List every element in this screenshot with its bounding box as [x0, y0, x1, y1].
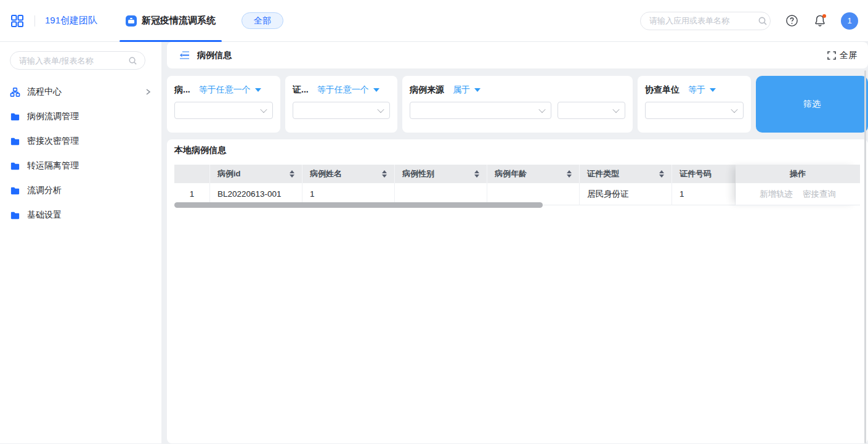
- close-contact-query-link[interactable]: 密接查询: [803, 189, 836, 200]
- team-name-link[interactable]: 191创建团队: [45, 15, 97, 27]
- sidebar-item-label: 病例流调管理: [27, 111, 79, 122]
- folder-icon: [10, 136, 20, 147]
- sidebar-item-basic-settings[interactable]: 基础设置: [0, 203, 161, 228]
- folder-icon: [10, 186, 20, 196]
- user-avatar[interactable]: 1: [841, 12, 858, 30]
- app-launcher-grid-icon[interactable]: [9, 12, 26, 30]
- folder-icon: [10, 112, 20, 122]
- notification-bell-icon[interactable]: [813, 14, 827, 28]
- sidebar-item-case-survey-mgmt[interactable]: 病例流调管理: [0, 104, 161, 129]
- app-tab-label: 新冠疫情流调系统: [142, 15, 216, 27]
- horizontal-scrollbar-thumb[interactable]: [174, 202, 543, 208]
- table-title: 本地病例信息: [174, 145, 864, 156]
- filter-label: 证...: [293, 84, 309, 96]
- all-apps-pill-button[interactable]: 全部: [241, 12, 283, 29]
- sort-icon: [285, 170, 294, 178]
- sidebar-item-label: 流程中心: [27, 86, 62, 97]
- page-title: 病例信息: [197, 50, 232, 61]
- filter-operator-dropdown[interactable]: 等于任意一个: [199, 84, 261, 96]
- filter-bar: 病... 等于任意一个 证... 等于任意一个: [167, 76, 868, 133]
- cell-id-number: 1: [672, 183, 736, 205]
- sidebar-search-input[interactable]: [19, 56, 128, 65]
- chevron-down-icon: [614, 108, 619, 113]
- sidebar-item-label: 流调分析: [27, 185, 62, 196]
- sidebar-nav: 流程中心 病例流调管理: [0, 80, 161, 228]
- filter-select-assist-unit[interactable]: [645, 102, 744, 119]
- global-search-input[interactable]: [649, 16, 758, 25]
- case-table: 病例id 病例姓名 病例性别 病例年龄: [174, 165, 860, 205]
- main-panel: 病例信息 全屏 病... 等于任意一个: [161, 42, 868, 443]
- help-icon[interactable]: [784, 14, 799, 28]
- filter-label: 病例来源: [410, 84, 444, 96]
- caret-down-icon: [373, 88, 379, 92]
- column-header-case-id[interactable]: 病例id: [210, 165, 302, 183]
- sort-icon: [562, 170, 572, 178]
- search-icon: [758, 16, 768, 26]
- sidebar-item-label: 转运隔离管理: [27, 160, 79, 171]
- sort-icon: [654, 170, 664, 178]
- filter-select-case-source-2[interactable]: [558, 102, 625, 119]
- column-header-index: [174, 165, 210, 183]
- topbar-divider: [34, 15, 35, 27]
- filter-label: 病...: [174, 84, 190, 96]
- filter-operator-dropdown[interactable]: 等于: [688, 84, 716, 96]
- sidebar-item-label: 基础设置: [27, 210, 62, 221]
- topbar-right-group: 1: [640, 12, 858, 30]
- caret-down-icon: [255, 88, 261, 92]
- collapse-menu-icon[interactable]: [179, 51, 190, 60]
- filter-card-id-number: 证... 等于任意一个: [285, 76, 397, 133]
- column-header-actions: 操作: [736, 165, 860, 183]
- search-icon: [128, 56, 137, 65]
- caret-down-icon: [710, 88, 716, 92]
- filter-operator-dropdown[interactable]: 属于: [453, 84, 481, 96]
- caret-down-icon: [474, 88, 481, 92]
- vertical-scrollbar-thumb[interactable]: [864, 70, 866, 443]
- sidebar-item-close-contact-mgmt[interactable]: 密接次密管理: [0, 129, 161, 154]
- column-header-case-gender[interactable]: 病例性别: [395, 165, 487, 183]
- column-header-case-age[interactable]: 病例年龄: [487, 165, 580, 183]
- sidebar: 流程中心 病例流调管理: [0, 42, 161, 443]
- sidebar-item-transfer-quarantine-mgmt[interactable]: 转运隔离管理: [0, 154, 161, 178]
- global-search-box[interactable]: [640, 12, 771, 30]
- column-header-id-number[interactable]: 证件号码: [672, 165, 736, 183]
- filter-card-case-name: 病... 等于任意一个: [167, 76, 280, 133]
- notification-dot: [822, 14, 826, 18]
- filter-card-assist-unit: 协查单位 等于: [638, 76, 751, 133]
- chevron-right-icon: [144, 88, 152, 96]
- cell-id-type: 居民身份证: [580, 183, 672, 205]
- chevron-down-icon: [378, 108, 383, 113]
- filter-label: 协查单位: [645, 84, 679, 96]
- filter-select-id-number[interactable]: [293, 102, 390, 119]
- sidebar-item-process-center[interactable]: 流程中心: [0, 80, 161, 104]
- app-icon: [126, 15, 137, 27]
- filter-operator-dropdown[interactable]: 等于任意一个: [317, 84, 379, 96]
- app-window: 191创建团队 新冠疫情流调系统 全部: [0, 0, 868, 443]
- fullscreen-icon: [827, 51, 836, 60]
- fixed-action-column: 操作 新增轨迹 密接查询: [736, 165, 860, 205]
- content-area: 流程中心 病例流调管理: [0, 42, 868, 443]
- folder-icon: [10, 161, 20, 171]
- folder-icon: [10, 210, 20, 221]
- fullscreen-button[interactable]: 全屏: [827, 50, 857, 61]
- chevron-down-icon: [261, 108, 266, 113]
- filter-card-case-source: 病例来源 属于: [402, 76, 633, 133]
- sidebar-item-label: 密接次密管理: [27, 136, 79, 147]
- column-header-case-name[interactable]: 病例姓名: [302, 165, 395, 183]
- tab-app-current[interactable]: 新冠疫情流调系统: [120, 0, 222, 42]
- flow-icon: [10, 87, 20, 97]
- filter-select-case-source-1[interactable]: [410, 102, 551, 119]
- filter-select-case-name[interactable]: [174, 102, 273, 119]
- cell-actions: 新增轨迹 密接查询: [736, 183, 860, 205]
- sidebar-search-box[interactable]: [10, 51, 145, 70]
- top-bar: 191创建团队 新冠疫情流调系统 全部: [0, 0, 868, 42]
- column-header-id-type[interactable]: 证件类型: [580, 165, 672, 183]
- table-card: 本地病例信息 病例id 病例姓名 病例性别: [167, 139, 868, 443]
- add-track-link[interactable]: 新增轨迹: [760, 189, 793, 200]
- chevron-down-icon: [540, 108, 545, 113]
- filter-submit-button[interactable]: 筛选: [756, 76, 868, 133]
- page-header: 病例信息 全屏: [167, 42, 868, 68]
- sort-icon: [377, 170, 387, 178]
- fullscreen-label: 全屏: [840, 50, 857, 61]
- sort-icon: [469, 170, 479, 178]
- sidebar-item-survey-analysis[interactable]: 流调分析: [0, 178, 161, 203]
